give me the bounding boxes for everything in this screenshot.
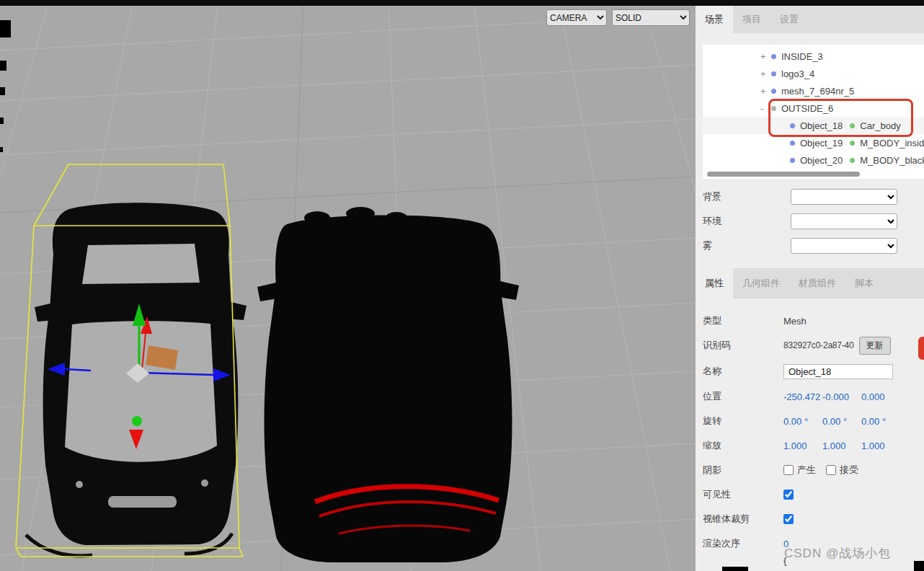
object-name: Object_18 — [800, 120, 843, 131]
uuid-update-button[interactable]: 更新 — [859, 337, 891, 355]
camera-mode-select[interactable]: CAMERA — [546, 9, 607, 26]
environment-label: 环境 — [703, 211, 721, 231]
car-roof — [82, 244, 200, 284]
shading-mode-select[interactable]: SOLID — [612, 9, 690, 26]
outliner-row[interactable]: + logo3_4 — [703, 65, 924, 82]
outliner-row[interactable]: - OUTSIDE_6 — [703, 99, 924, 117]
name-input[interactable] — [783, 364, 893, 379]
pivot-sphere[interactable] — [132, 416, 142, 426]
scale-y-field[interactable]: 1.000 — [822, 441, 861, 451]
bumper-detail — [108, 496, 177, 508]
position-row: 位置 -250.472 -0.000 0.000 — [696, 387, 924, 406]
tab-material[interactable]: 材质组件 — [789, 268, 845, 298]
renderorder-label: 渲染次序 — [696, 537, 783, 550]
uuid-label: 识别码 — [696, 339, 783, 352]
tab-settings[interactable]: 设置 — [770, 6, 808, 33]
shadow-cast-label: 产生 — [797, 464, 816, 477]
object-name: Object_20 — [800, 155, 843, 166]
material-name: M_BODY_black — [860, 155, 924, 166]
group-icon — [771, 106, 776, 111]
left-mirror — [257, 283, 277, 301]
screen-artifact — [914, 561, 924, 571]
object-icon — [771, 89, 776, 94]
object-name: OUTSIDE_6 — [781, 103, 833, 114]
type-row: 类型 Mesh — [696, 311, 924, 330]
shadow-receive-checkbox[interactable] — [826, 465, 836, 475]
roof-detail — [304, 211, 330, 224]
rotation-z-field[interactable]: 0.00 ° — [861, 416, 900, 427]
position-y-field[interactable]: -0.000 — [822, 391, 861, 402]
tab-object[interactable]: 属性 — [696, 268, 733, 298]
position-x-field[interactable]: -250.472 — [783, 391, 822, 402]
car-model-right[interactable] — [257, 207, 519, 562]
material-name: M_BODY_inside — [860, 138, 924, 149]
outliner-row[interactable]: Object_20 M_BODY_black — [703, 151, 924, 169]
expand-icon[interactable]: + — [760, 68, 771, 79]
bumper-detail — [201, 479, 208, 487]
object-icon — [790, 141, 795, 146]
rotation-label: 旋转 — [696, 415, 783, 428]
type-value: Mesh — [783, 316, 807, 327]
material-icon — [850, 123, 855, 128]
expand-icon[interactable]: + — [760, 51, 771, 62]
object-name: INSIDE_3 — [781, 51, 823, 62]
rotation-x-field[interactable]: 0.00 ° — [783, 416, 822, 427]
environment-select[interactable] — [791, 213, 897, 229]
3d-viewport[interactable]: CAMERA SOLID — [0, 0, 696, 571]
shadow-row: 阴影 产生 接受 — [696, 461, 924, 479]
car-hood — [65, 321, 217, 461]
expand-icon[interactable]: + — [760, 86, 771, 97]
shadow-receive-option[interactable]: 接受 — [826, 464, 858, 477]
outliner-row[interactable]: + mesh_7_694nr_5 — [703, 82, 924, 99]
uuid-value: 832927c0-2a87-40 — [783, 340, 854, 350]
fog-select[interactable] — [791, 238, 897, 254]
name-label: 名称 — [696, 365, 783, 378]
tab-scene[interactable]: 场景 — [696, 6, 733, 33]
scale-x-field[interactable]: 1.000 — [783, 441, 822, 451]
scale-z-field[interactable]: 1.000 — [861, 441, 900, 451]
shadow-label: 阴影 — [696, 464, 783, 477]
screen-artifact — [0, 87, 5, 95]
bumper-detail — [76, 481, 83, 488]
left-mirror — [35, 303, 55, 322]
material-name: Car_body — [860, 120, 900, 131]
background-select[interactable] — [791, 189, 897, 205]
scene-outliner[interactable]: + INSIDE_3 + logo3_4 + mesh_7_694nr_5 - … — [703, 45, 924, 179]
material-icon — [850, 158, 855, 163]
car-body[interactable] — [265, 216, 512, 563]
fog-row: 雾 — [696, 236, 924, 256]
visible-checkbox[interactable] — [783, 490, 794, 500]
outliner-row-selected[interactable]: Object_18 Car_body — [703, 117, 924, 134]
background-label: 背景 — [703, 187, 721, 207]
frustumcull-checkbox[interactable] — [783, 514, 794, 524]
annotation-edge-mark — [918, 337, 924, 360]
collapse-icon[interactable]: - — [760, 103, 771, 114]
fog-label: 雾 — [703, 236, 712, 256]
rotation-y-field[interactable]: 0.00 ° — [822, 416, 861, 427]
shadow-cast-checkbox[interactable] — [783, 465, 794, 475]
shadow-cast-option[interactable]: 产生 — [783, 464, 816, 477]
object-icon — [790, 158, 795, 163]
outliner-row[interactable]: + INSIDE_3 — [703, 48, 924, 65]
outliner-hscrollbar[interactable] — [707, 172, 860, 177]
object-name: Object_19 — [800, 138, 843, 149]
background-row: 背景 — [696, 187, 924, 207]
screen-artifact — [0, 61, 6, 71]
screen-artifact — [0, 118, 4, 124]
visible-row: 可见性 — [696, 485, 924, 504]
position-z-field[interactable]: 0.000 — [861, 391, 900, 402]
roof-detail — [386, 212, 407, 223]
right-mirror — [226, 301, 246, 320]
tab-project[interactable]: 项目 — [733, 6, 770, 33]
object-name: logo3_4 — [781, 68, 814, 79]
screen-artifact — [0, 147, 3, 152]
outliner-row[interactable]: Object_19 M_BODY_inside — [703, 134, 924, 151]
viewport-canvas[interactable] — [0, 0, 696, 571]
top-black-bar — [0, 0, 924, 6]
object-name: mesh_7_694nr_5 — [781, 86, 854, 97]
object-icon — [771, 71, 776, 76]
tab-script[interactable]: 脚本 — [845, 268, 883, 298]
rotation-row: 旋转 0.00 ° 0.00 ° 0.00 ° — [696, 412, 924, 430]
tab-geometry[interactable]: 几何组件 — [733, 268, 789, 298]
right-mirror — [499, 281, 519, 300]
